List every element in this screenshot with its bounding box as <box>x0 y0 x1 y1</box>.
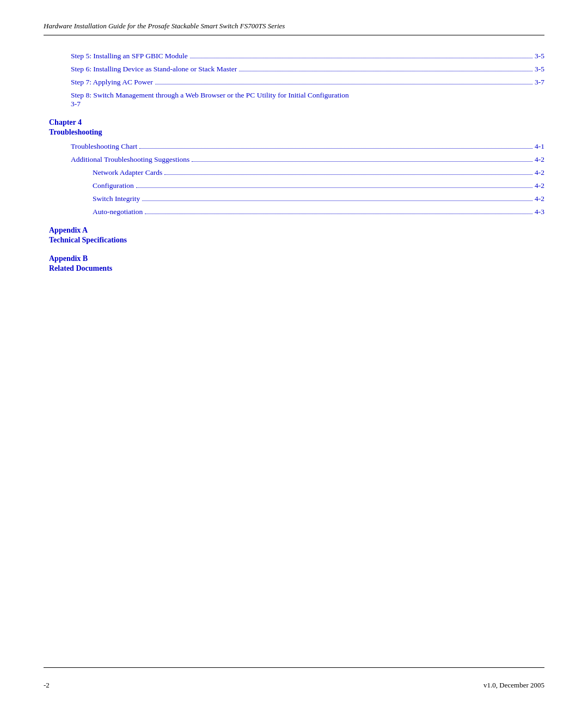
toc-trouble-chart-label: Troubleshooting Chart <box>71 142 137 151</box>
header-text: Hardware Installation Guide for the Pros… <box>44 22 285 30</box>
toc-network-adapter-link[interactable]: Network Adapter Cards 4-2 <box>93 168 544 177</box>
toc-additional-trouble[interactable]: Additional Troubleshooting Suggestions 4… <box>71 155 544 164</box>
appendixa-block: Appendix A Technical Specifications <box>49 226 544 245</box>
toc-step8-page: 3-7 <box>71 100 81 108</box>
footer: -2 v1.0, December 2005 <box>44 681 544 690</box>
toc-additional-trouble-page: 4-2 <box>535 155 544 164</box>
toc-trouble-chart-link[interactable]: Troubleshooting Chart 4-1 <box>71 142 544 151</box>
appendixa-sub[interactable]: Technical Specifications <box>49 236 544 245</box>
toc-auto-negotiation-label: Auto-negotiation <box>93 208 143 216</box>
toc-step6-page: 3-5 <box>535 65 544 74</box>
toc-additional-trouble-link[interactable]: Additional Troubleshooting Suggestions 4… <box>71 155 544 164</box>
toc-step6-label: Step 6: Installing Device as Stand-alone… <box>71 65 237 74</box>
toc-step8-label: Step 8: Switch Management through a Web … <box>71 91 349 99</box>
toc-content: Step 5: Installing an SFP GBIC Module 3-… <box>44 52 544 273</box>
appendixb-block: Appendix B Related Documents <box>49 254 544 273</box>
toc-step6[interactable]: Step 6: Installing Device as Stand-alone… <box>71 65 544 74</box>
toc-trouble-chart-page: 4-1 <box>535 142 544 151</box>
toc-switch-integrity[interactable]: Switch Integrity 4-2 <box>93 194 544 203</box>
toc-step7-dots <box>155 84 532 84</box>
toc-additional-trouble-label: Additional Troubleshooting Suggestions <box>71 155 189 164</box>
toc-auto-negotiation[interactable]: Auto-negotiation 4-3 <box>93 208 544 216</box>
toc-step7-page: 3-7 <box>535 78 544 87</box>
page-header: Hardware Installation Guide for the Pros… <box>44 22 544 35</box>
page: Hardware Installation Guide for the Pros… <box>0 0 588 706</box>
appendixb-heading[interactable]: Appendix B <box>49 254 544 263</box>
dots <box>139 148 532 149</box>
toc-step5[interactable]: Step 5: Installing an SFP GBIC Module 3-… <box>71 52 544 60</box>
toc-configuration[interactable]: Configuration 4-2 <box>93 181 544 190</box>
appendixb-sub[interactable]: Related Documents <box>49 264 544 273</box>
toc-switch-integrity-label: Switch Integrity <box>93 194 140 203</box>
toc-configuration-label: Configuration <box>93 181 134 190</box>
toc-step7-label: Step 7: Applying AC Power <box>71 78 153 87</box>
appendixa-heading[interactable]: Appendix A <box>49 226 544 235</box>
dots <box>142 200 532 201</box>
toc-step5-page: 3-5 <box>535 52 544 60</box>
chapter4-block: Chapter 4 Troubleshooting Troubleshootin… <box>49 118 544 216</box>
toc-switch-integrity-page: 4-2 <box>535 194 544 203</box>
toc-trouble-chart[interactable]: Troubleshooting Chart 4-1 <box>71 142 544 151</box>
dots <box>136 187 532 188</box>
toc-step7-link[interactable]: Step 7: Applying AC Power 3-7 <box>71 78 544 87</box>
footer-page-number: -2 <box>44 681 50 690</box>
toc-step5-link[interactable]: Step 5: Installing an SFP GBIC Module 3-… <box>71 52 544 60</box>
chapter4-heading[interactable]: Chapter 4 <box>49 118 544 127</box>
dots <box>192 161 532 162</box>
dots <box>145 214 532 214</box>
toc-step5-label: Step 5: Installing an SFP GBIC Module <box>71 52 188 60</box>
footer-line <box>44 667 544 668</box>
chapter4-sub[interactable]: Troubleshooting <box>49 128 544 137</box>
toc-network-adapter-label: Network Adapter Cards <box>93 168 162 177</box>
footer-version: v1.0, December 2005 <box>483 681 544 690</box>
dots <box>164 174 532 175</box>
toc-auto-negotiation-link[interactable]: Auto-negotiation 4-3 <box>93 208 544 216</box>
toc-switch-integrity-link[interactable]: Switch Integrity 4-2 <box>93 194 544 203</box>
toc-step5-dots <box>190 58 532 58</box>
toc-auto-negotiation-page: 4-3 <box>535 208 544 216</box>
toc-network-adapter-page: 4-2 <box>535 168 544 177</box>
toc-step7[interactable]: Step 7: Applying AC Power 3-7 <box>71 78 544 87</box>
toc-network-adapter[interactable]: Network Adapter Cards 4-2 <box>93 168 544 177</box>
toc-step6-dots <box>239 71 532 71</box>
toc-configuration-link[interactable]: Configuration 4-2 <box>93 181 544 190</box>
toc-step6-link[interactable]: Step 6: Installing Device as Stand-alone… <box>71 65 544 74</box>
toc-step8[interactable]: Step 8: Switch Management through a Web … <box>71 91 544 108</box>
toc-configuration-page: 4-2 <box>535 181 544 190</box>
